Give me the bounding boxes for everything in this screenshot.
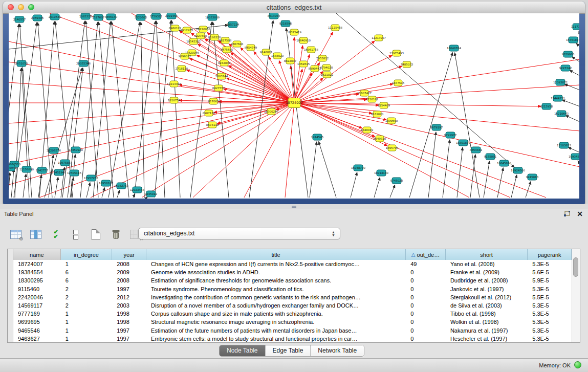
graph-node[interactable]: 9227342 xyxy=(559,65,572,71)
graph-node[interactable]: 1759321 xyxy=(150,13,163,19)
graph-node[interactable]: 2520605 xyxy=(135,14,147,20)
graph-node[interactable]: 9791977 xyxy=(444,132,457,138)
table-row[interactable]: 1938455462009Genome-wide association stu… xyxy=(13,268,572,276)
graph-node[interactable]: 2069406 xyxy=(31,15,44,21)
graph-node[interactable]: 1588520 xyxy=(271,53,284,59)
table-selector-dropdown[interactable]: citations_edges.txt ▲▼ xyxy=(138,228,340,239)
graph-node[interactable]: 9329966 xyxy=(562,51,575,57)
graph-node[interactable]: 10645620 xyxy=(497,160,511,166)
graph-node[interactable]: 8613054 xyxy=(268,13,280,19)
graph-node[interactable]: 6794028 xyxy=(320,64,333,71)
graph-node[interactable]: 2367608 xyxy=(231,41,244,47)
graph-node[interactable]: 2510631 xyxy=(49,14,61,20)
splitter-grip-icon[interactable] xyxy=(292,206,296,208)
graph-node[interactable]: 2140557 xyxy=(13,16,26,23)
graph-node[interactable]: 12505115 xyxy=(67,170,81,176)
graph-node[interactable]: 10934570 xyxy=(569,154,579,160)
graph-node[interactable]: 16033809 xyxy=(205,14,220,20)
graph-node[interactable]: 10975887 xyxy=(58,160,72,166)
graph-node[interactable]: 18914180 xyxy=(374,170,388,176)
table-row[interactable]: 911546021997Tourette syndrome. Phenomeno… xyxy=(13,285,572,293)
table-row[interactable]: 1830029562008Estimation of significance … xyxy=(13,276,572,285)
graph-node[interactable]: 16782753 xyxy=(114,183,128,189)
graph-node[interactable]: 15751874 xyxy=(566,37,579,43)
graph-node[interactable]: 8679197 xyxy=(430,124,443,130)
graph-node[interactable]: 8822037 xyxy=(284,58,297,64)
graph-node[interactable]: 8912955 xyxy=(181,27,193,33)
graph-node[interactable]: 18325419 xyxy=(287,29,301,35)
graph-node[interactable]: 7955812 xyxy=(316,55,329,61)
graph-node[interactable]: 8454749 xyxy=(245,45,257,51)
graph-node-hub[interactable]: 18724007 xyxy=(286,98,302,108)
panel-splitter[interactable] xyxy=(0,204,588,209)
graph-node[interactable]: 2718120 xyxy=(176,65,188,72)
graph-node[interactable]: 1085328 xyxy=(79,13,92,19)
graph-node[interactable]: 8673110 xyxy=(206,122,219,128)
graph-node[interactable]: 1342757 xyxy=(36,167,49,173)
graph-node[interactable]: 12923448 xyxy=(130,187,144,193)
column-header-short[interactable]: short xyxy=(446,249,528,260)
graph-node[interactable]: 16048700 xyxy=(351,165,365,171)
graph-node[interactable]: 1362615 xyxy=(297,61,310,67)
graph-node[interactable]: 9242848 xyxy=(218,60,231,66)
graph-node[interactable]: 8227508 xyxy=(194,33,207,39)
close-panel-icon[interactable]: ✕ xyxy=(577,210,583,217)
graph-node[interactable]: 18640910 xyxy=(296,37,311,43)
graph-node[interactable]: 8990443 xyxy=(309,65,321,72)
graph-node[interactable]: 2091455 xyxy=(165,13,178,19)
create-column-button[interactable] xyxy=(89,228,102,241)
graph-node[interactable]: 1877516 xyxy=(392,80,405,86)
table-row[interactable]: 1456911722003Disruption of a novel membe… xyxy=(13,301,572,310)
graph-node[interactable]: 9245013 xyxy=(526,174,539,180)
graph-node[interactable]: 16961758 xyxy=(304,47,318,53)
graph-node[interactable]: 1895794 xyxy=(386,145,399,151)
column-header-in-degree[interactable]: in_degree xyxy=(61,249,113,260)
select-all-button[interactable]: ✔✔ xyxy=(49,228,62,241)
table-vertical-scrollbar[interactable] xyxy=(572,249,580,342)
graph-node[interactable]: 9146821 xyxy=(260,49,273,55)
table-row[interactable]: 946554611997Estimation of the future num… xyxy=(13,326,572,335)
memory-status-indicator[interactable] xyxy=(574,361,581,368)
graph-node[interactable]: 10958107 xyxy=(99,180,113,186)
graph-node[interactable]: 7857224 xyxy=(227,21,239,28)
graph-node[interactable]: 11125488 xyxy=(328,25,342,31)
graph-node[interactable]: 1216162 xyxy=(366,96,379,102)
graph-node[interactable]: 12213957 xyxy=(372,35,386,41)
graph-node[interactable]: 1914545 xyxy=(311,134,324,140)
table-row[interactable]: 977716911998Corpus callosum shape and si… xyxy=(13,310,572,318)
column-header-title[interactable]: title xyxy=(146,249,406,260)
table-row[interactable]: 1872400712008Changes of HCN gene express… xyxy=(13,260,572,268)
graph-node[interactable]: 2651050 xyxy=(15,60,28,67)
graph-node[interactable]: 7485033 xyxy=(401,61,413,68)
graph-node[interactable]: 1117345 xyxy=(571,24,579,30)
graph-node[interactable]: 18924500 xyxy=(511,167,525,173)
select-columns-button[interactable] xyxy=(29,228,42,241)
graph-node[interactable]: 12213393 xyxy=(167,81,181,87)
graph-node[interactable]: 817003 xyxy=(208,98,219,104)
graph-node[interactable]: 8215958 xyxy=(540,103,553,110)
network-canvas[interactable]: 1872400789601228912955182260588227508105… xyxy=(9,13,579,199)
clear-selection-button[interactable] xyxy=(69,228,82,241)
graph-node[interactable]: 1899690 xyxy=(385,118,398,124)
tab-node-table[interactable]: Node Table xyxy=(220,345,266,356)
graph-node[interactable]: 9745020 xyxy=(390,178,403,184)
column-header-name[interactable]: name xyxy=(13,249,61,260)
graph-node[interactable]: 1621022 xyxy=(321,72,334,78)
graph-node[interactable]: 8466140 xyxy=(105,14,118,20)
graph-node[interactable]: 9218596 xyxy=(279,20,292,27)
column-header-out-de-[interactable]: △out_de… xyxy=(406,249,446,260)
column-header-pagerank[interactable]: pagerank xyxy=(528,249,572,260)
graph-node[interactable]: 16648784 xyxy=(447,45,461,51)
tab-network-table[interactable]: Network Table xyxy=(311,345,364,356)
table-row[interactable]: 969969511998Structural magnetic resonanc… xyxy=(13,318,572,326)
network-window-titlebar[interactable]: citations_edges.txt xyxy=(3,2,585,14)
float-panel-icon[interactable] xyxy=(563,211,571,217)
table-row[interactable]: 946362711997Embryonic stem cells: a mode… xyxy=(13,335,572,342)
graph-node[interactable]: 8354441 xyxy=(470,147,483,153)
scrollbar-thumb[interactable] xyxy=(573,257,578,277)
tab-edge-table[interactable]: Edge Table xyxy=(266,345,311,356)
graph-node[interactable]: 1810754 xyxy=(168,97,181,103)
graph-node[interactable]: 10543382 xyxy=(186,38,201,45)
graph-node[interactable]: 1154409 xyxy=(378,102,390,108)
table-row[interactable]: 2242004622012Investigating the contribut… xyxy=(13,293,572,301)
